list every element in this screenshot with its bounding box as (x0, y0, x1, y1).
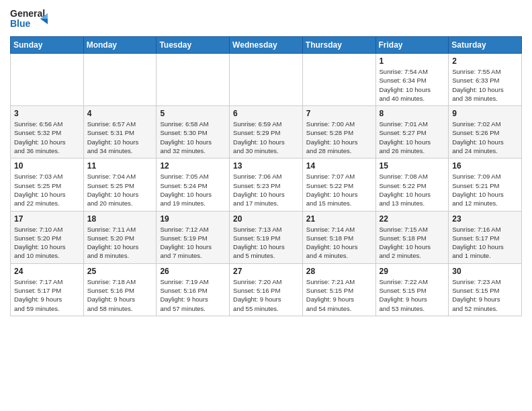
calendar-week-2: 3Sunrise: 6:56 AM Sunset: 5:32 PM Daylig… (11, 106, 522, 158)
day-number: 25 (87, 267, 153, 276)
day-info: Sunrise: 7:11 AM Sunset: 5:20 PM Dayligh… (87, 225, 153, 261)
day-info: Sunrise: 6:57 AM Sunset: 5:31 PM Dayligh… (87, 120, 153, 155)
day-info: Sunrise: 7:00 AM Sunset: 5:28 PM Dayligh… (306, 120, 372, 155)
day-info: Sunrise: 7:19 AM Sunset: 5:16 PM Dayligh… (160, 277, 226, 313)
day-number: 10 (14, 161, 80, 171)
calendar-week-4: 17Sunrise: 7:10 AM Sunset: 5:20 PM Dayli… (11, 211, 522, 263)
day-info: Sunrise: 7:55 AM Sunset: 6:33 PM Dayligh… (452, 67, 518, 103)
calendar-header-wednesday: Wednesday (230, 37, 303, 54)
day-info: Sunrise: 7:14 AM Sunset: 5:18 PM Dayligh… (306, 225, 372, 261)
day-number: 3 (14, 109, 80, 118)
calendar-cell: 19Sunrise: 7:12 AM Sunset: 5:19 PM Dayli… (157, 211, 230, 263)
day-number: 21 (306, 214, 372, 224)
calendar-table: SundayMondayTuesdayWednesdayThursdayFrid… (10, 36, 522, 316)
calendar-cell: 8Sunrise: 7:01 AM Sunset: 5:27 PM Daylig… (375, 106, 449, 158)
calendar-cell: 3Sunrise: 6:56 AM Sunset: 5:32 PM Daylig… (11, 106, 84, 158)
day-info: Sunrise: 7:20 AM Sunset: 5:16 PM Dayligh… (233, 277, 299, 313)
calendar-header-saturday: Saturday (449, 37, 522, 54)
day-info: Sunrise: 7:17 AM Sunset: 5:17 PM Dayligh… (14, 277, 80, 313)
day-number: 1 (380, 56, 445, 66)
calendar-cell: 28Sunrise: 7:21 AM Sunset: 5:15 PM Dayli… (302, 263, 375, 316)
calendar-cell (230, 54, 303, 106)
day-number: 8 (380, 109, 445, 118)
day-info: Sunrise: 6:58 AM Sunset: 5:30 PM Dayligh… (160, 120, 226, 155)
calendar-cell: 26Sunrise: 7:19 AM Sunset: 5:16 PM Dayli… (157, 263, 230, 316)
day-info: Sunrise: 7:04 AM Sunset: 5:25 PM Dayligh… (87, 172, 153, 208)
calendar-header-row: SundayMondayTuesdayWednesdayThursdayFrid… (11, 37, 522, 54)
calendar-cell: 13Sunrise: 7:06 AM Sunset: 5:23 PM Dayli… (230, 158, 303, 211)
day-number: 13 (233, 161, 299, 171)
calendar-week-3: 10Sunrise: 7:03 AM Sunset: 5:25 PM Dayli… (11, 158, 522, 211)
day-number: 12 (160, 161, 226, 171)
day-number: 17 (14, 214, 80, 224)
day-number: 28 (306, 267, 372, 276)
day-number: 30 (452, 267, 518, 276)
day-number: 16 (452, 161, 518, 171)
day-number: 24 (14, 267, 80, 276)
calendar-cell (302, 54, 375, 106)
calendar-cell: 29Sunrise: 7:22 AM Sunset: 5:15 PM Dayli… (375, 263, 449, 316)
calendar-cell: 14Sunrise: 7:07 AM Sunset: 5:22 PM Dayli… (302, 158, 375, 211)
day-info: Sunrise: 7:10 AM Sunset: 5:20 PM Dayligh… (14, 225, 80, 261)
calendar-week-1: 1Sunrise: 7:54 AM Sunset: 6:34 PM Daylig… (11, 54, 522, 106)
calendar-cell: 5Sunrise: 6:58 AM Sunset: 5:30 PM Daylig… (157, 106, 230, 158)
calendar-cell: 27Sunrise: 7:20 AM Sunset: 5:16 PM Dayli… (230, 263, 303, 316)
calendar-cell (83, 54, 157, 106)
calendar-header-friday: Friday (375, 37, 449, 54)
day-info: Sunrise: 6:56 AM Sunset: 5:32 PM Dayligh… (14, 120, 80, 155)
day-info: Sunrise: 7:06 AM Sunset: 5:23 PM Dayligh… (233, 172, 299, 208)
page-header: GeneralBlue (10, 7, 522, 31)
calendar-cell: 24Sunrise: 7:17 AM Sunset: 5:17 PM Dayli… (11, 263, 84, 316)
calendar-cell: 21Sunrise: 7:14 AM Sunset: 5:18 PM Dayli… (302, 211, 375, 263)
day-info: Sunrise: 7:21 AM Sunset: 5:15 PM Dayligh… (306, 277, 372, 313)
day-number: 5 (160, 109, 226, 118)
day-number: 27 (233, 267, 299, 276)
calendar-header-monday: Monday (83, 37, 157, 54)
day-info: Sunrise: 7:08 AM Sunset: 5:22 PM Dayligh… (380, 172, 445, 208)
day-info: Sunrise: 6:59 AM Sunset: 5:29 PM Dayligh… (233, 120, 299, 155)
day-number: 19 (160, 214, 226, 224)
calendar-header-tuesday: Tuesday (157, 37, 230, 54)
day-info: Sunrise: 7:03 AM Sunset: 5:25 PM Dayligh… (14, 172, 80, 208)
day-info: Sunrise: 7:18 AM Sunset: 5:16 PM Dayligh… (87, 277, 153, 313)
calendar-cell: 22Sunrise: 7:15 AM Sunset: 5:18 PM Dayli… (375, 211, 449, 263)
calendar-week-5: 24Sunrise: 7:17 AM Sunset: 5:17 PM Dayli… (11, 263, 522, 316)
day-info: Sunrise: 7:22 AM Sunset: 5:15 PM Dayligh… (380, 277, 445, 313)
calendar-cell: 1Sunrise: 7:54 AM Sunset: 6:34 PM Daylig… (375, 54, 449, 106)
day-info: Sunrise: 7:13 AM Sunset: 5:19 PM Dayligh… (233, 225, 299, 261)
day-number: 7 (306, 109, 372, 118)
day-info: Sunrise: 7:01 AM Sunset: 5:27 PM Dayligh… (380, 120, 445, 155)
day-number: 26 (160, 267, 226, 276)
day-info: Sunrise: 7:12 AM Sunset: 5:19 PM Dayligh… (160, 225, 226, 261)
calendar-cell: 16Sunrise: 7:09 AM Sunset: 5:21 PM Dayli… (449, 158, 522, 211)
calendar-cell: 25Sunrise: 7:18 AM Sunset: 5:16 PM Dayli… (83, 263, 157, 316)
day-number: 9 (452, 109, 518, 118)
calendar-cell: 9Sunrise: 7:02 AM Sunset: 5:26 PM Daylig… (449, 106, 522, 158)
day-info: Sunrise: 7:05 AM Sunset: 5:24 PM Dayligh… (160, 172, 226, 208)
day-info: Sunrise: 7:07 AM Sunset: 5:22 PM Dayligh… (306, 172, 372, 208)
calendar-cell: 6Sunrise: 6:59 AM Sunset: 5:29 PM Daylig… (230, 106, 303, 158)
day-number: 4 (87, 109, 153, 118)
calendar-cell: 20Sunrise: 7:13 AM Sunset: 5:19 PM Dayli… (230, 211, 303, 263)
day-number: 23 (452, 214, 518, 224)
day-number: 22 (380, 214, 445, 224)
day-number: 18 (87, 214, 153, 224)
calendar-cell (11, 54, 84, 106)
day-number: 14 (306, 161, 372, 171)
day-number: 2 (452, 56, 518, 66)
svg-text:Blue: Blue (10, 18, 31, 29)
calendar-cell: 23Sunrise: 7:16 AM Sunset: 5:17 PM Dayli… (449, 211, 522, 263)
day-info: Sunrise: 7:15 AM Sunset: 5:18 PM Dayligh… (380, 225, 445, 261)
calendar-cell: 2Sunrise: 7:55 AM Sunset: 6:33 PM Daylig… (449, 54, 522, 106)
day-info: Sunrise: 7:02 AM Sunset: 5:26 PM Dayligh… (452, 120, 518, 155)
calendar-cell: 30Sunrise: 7:23 AM Sunset: 5:15 PM Dayli… (449, 263, 522, 316)
logo-svg: GeneralBlue (10, 7, 50, 31)
day-info: Sunrise: 7:23 AM Sunset: 5:15 PM Dayligh… (452, 277, 518, 313)
calendar-cell: 15Sunrise: 7:08 AM Sunset: 5:22 PM Dayli… (375, 158, 449, 211)
calendar-cell: 11Sunrise: 7:04 AM Sunset: 5:25 PM Dayli… (83, 158, 157, 211)
calendar-header-thursday: Thursday (302, 37, 375, 54)
day-info: Sunrise: 7:09 AM Sunset: 5:21 PM Dayligh… (452, 172, 518, 208)
day-number: 6 (233, 109, 299, 118)
calendar-header-sunday: Sunday (11, 37, 84, 54)
logo: GeneralBlue (10, 7, 50, 31)
